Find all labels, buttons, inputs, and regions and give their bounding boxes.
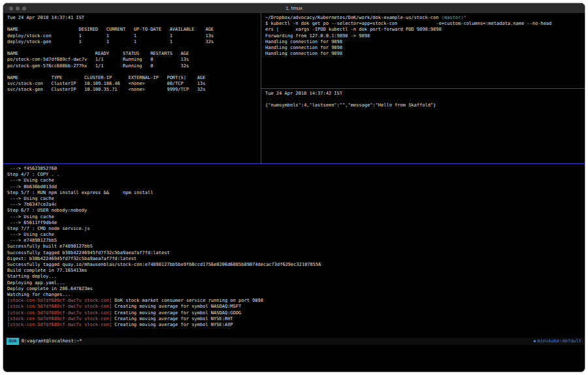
tmux-session: Tue 24 Apr 2018 14:37:41 IST NAME DESIRE… — [3, 13, 585, 372]
terminal-line: deploy/stock-con 1 1 1 1 13s — [7, 33, 261, 39]
minimize-button[interactable] — [16, 7, 20, 10]
terminal-line: svc/stock-gen ClusterIP 10.100.35.71 <no… — [7, 87, 261, 93]
tmux-status-bar: dok 0:vagrant@localhost:~* ◆ minikube:de… — [3, 338, 585, 345]
terminal-line: ---> f45623052760 — [7, 166, 585, 172]
terminal-line: ---> 7b6347ce2a4c — [7, 202, 585, 208]
terminal-line: NAME READY STATUS RESTARTS AGE — [7, 51, 261, 57]
terminal-line: Digest: b38b42246945fd7f32c5ba9aea7af7fd… — [7, 256, 585, 262]
terminal-line: Step 4/7 : COPY . . — [7, 172, 585, 178]
pane-kubectl-watch[interactable]: Tue 24 Apr 2018 14:37:41 IST NAME DESIRE… — [3, 13, 261, 163]
terminal-line: NAME DESIRED CURRENT UP-TO-DATE AVAILABL… — [7, 27, 261, 33]
window-titlebar[interactable]: 1. tmux — [3, 3, 585, 13]
pane-port-forward[interactable]: ~/Dropbox/advocacy/Kubernetes/DoK/work/d… — [261, 13, 585, 88]
zoom-button[interactable] — [22, 7, 26, 10]
terminal-line: deploy/stock-gen 1 1 1 1 32s — [7, 39, 261, 45]
terminal-line: [stock-con-5d7df689cf-dwc7v stock-con] C… — [7, 316, 585, 322]
session-name-badge: dok — [7, 338, 19, 345]
terminal-line: Step 5/7 : RUN npm install express && np… — [7, 190, 585, 196]
terminal-line: ---> 0b636bd013dd — [7, 184, 585, 190]
terminal-line: [stock-con-5d7df689cf-dwc7v stock-con] C… — [7, 322, 585, 328]
top-pane-row: Tue 24 Apr 2018 14:37:41 IST NAME DESIRE… — [3, 13, 585, 163]
terminal-line: ---> Using cache — [7, 178, 585, 184]
terminal-line: Forwarding from 127.0.0.1:9898 -> 9898 — [265, 33, 585, 39]
terminal-line: $ kubectl -n dok get po --selector=app=s… — [265, 21, 585, 27]
terminal-line: po/stock-gen-576cc688bb-277hx 1/1 Runnin… — [7, 63, 261, 69]
terminal-line: po/stock-con-5d7df689cf-dwc7v 1/1 Runnin… — [7, 57, 261, 63]
terminal-line — [265, 97, 585, 103]
terminal-line: [stock-con-5d7df689cf-dwc7v stock-con] C… — [7, 304, 585, 310]
terminal-line — [7, 21, 261, 27]
terminal-line — [7, 45, 261, 51]
window-title: 1. tmux — [286, 5, 302, 11]
kube-context-label: minikube:default — [538, 338, 581, 345]
terminal-line: Tue 24 Apr 2018 14:37:42 IST — [265, 91, 585, 97]
terminal-line: ~/Dropbox/advocacy/Kubernetes/DoK/work/d… — [265, 15, 585, 21]
terminal-empty-area — [3, 345, 585, 372]
terminal-line: ---> Using cache — [7, 196, 585, 202]
terminal-line: Build complete in 77.165413ms — [7, 268, 585, 274]
terminal-line: [stock-con-5d7df689cf-dwc7v stock-con] D… — [7, 298, 585, 304]
status-right: ◆ minikube:default — [533, 338, 581, 345]
terminal-line: Handling connection for 9898 — [265, 51, 585, 57]
terminal-line: NAME TYPE CLUSTER-IP EXTERNAL-IP PORT(S)… — [7, 75, 261, 81]
minikube-icon: ◆ — [533, 338, 536, 345]
terminal-line: ---> 65611ff9db4e — [7, 220, 585, 226]
terminal-line: Deploy complete in 286.647823ms — [7, 286, 585, 292]
terminal-line: Handling connection for 9898 — [265, 45, 585, 51]
terminal-line: ---> e74898127bb5 — [7, 238, 585, 244]
terminal-line: Watching for changes... — [7, 292, 585, 298]
terminal-line: Step 6/7 : USER nobody:nobody — [7, 208, 585, 214]
terminal-line: Handling connection for 9898 — [265, 39, 585, 45]
terminal-line: Successfully built e74898127bb5 — [7, 244, 585, 250]
terminal-window: 1. tmux Tue 24 Apr 2018 14:37:41 IST NAM… — [3, 3, 585, 372]
terminal-line — [7, 69, 261, 75]
pane-skaffold-log[interactable]: ---> f45623052760Step 4/7 : COPY . . ---… — [3, 164, 585, 338]
terminal-line: Starting deploy... — [7, 274, 585, 280]
right-pane-column: ~/Dropbox/advocacy/Kubernetes/DoK/work/d… — [261, 13, 585, 163]
traffic-lights — [9, 3, 26, 13]
pane-curl-response[interactable]: Tue 24 Apr 2018 14:37:42 IST {"numsymbol… — [261, 89, 585, 163]
terminal-line: svc/stock-con ClusterIP 10.109.186.46 <n… — [7, 81, 261, 87]
terminal-line: ---> Using cache — [7, 232, 585, 238]
terminal-line: Successfully tagged quay.io/mhausenblas/… — [7, 262, 585, 268]
close-button[interactable] — [9, 7, 13, 10]
terminal-line: ---> Using cache — [7, 214, 585, 220]
window-list-item[interactable]: 0:vagrant@localhost:~* — [22, 338, 82, 345]
terminal-line: [stock-con-5d7df689cf-dwc7v stock-con] C… — [7, 310, 585, 316]
terminal-line: ers | xargs -IPOD kubectl -n dok port-fo… — [265, 27, 585, 33]
terminal-line: Deploying app.yaml... — [7, 280, 585, 286]
terminal-line: {"numsymbols":4,"lastseen":"","message":… — [265, 103, 585, 108]
terminal-line: Step 7/7 : CMD node service.js — [7, 226, 585, 232]
terminal-line: Tue 24 Apr 2018 14:37:41 IST — [7, 15, 261, 21]
terminal-line: Successfully tagged b38b42246945fd7f32c5… — [7, 250, 585, 256]
